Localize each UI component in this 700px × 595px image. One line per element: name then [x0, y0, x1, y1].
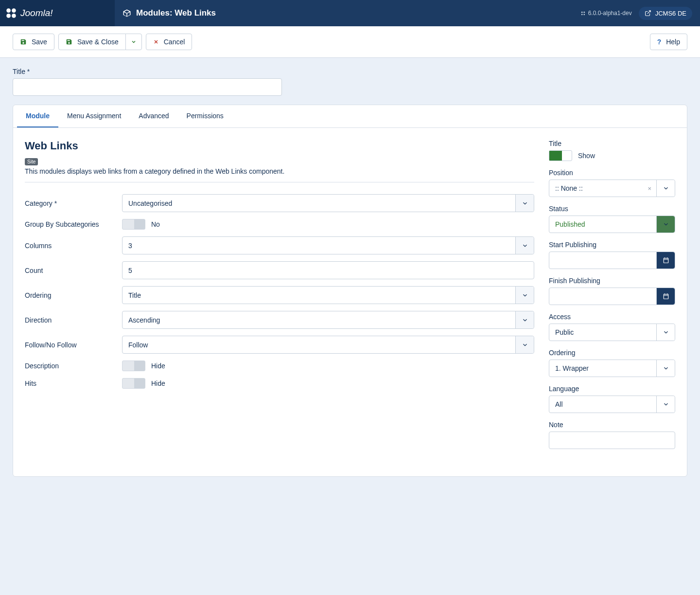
save-close-dropdown-button[interactable]	[125, 34, 142, 50]
tab-content: Web Links Site This modules displays web…	[13, 128, 687, 476]
title-input[interactable]	[13, 78, 282, 96]
form-card: Module Menu Assignment Advanced Permissi…	[13, 105, 687, 477]
hits-value: Hide	[151, 379, 165, 387]
help-icon: ?	[657, 38, 662, 46]
side-language-field: Language All	[549, 385, 675, 413]
help-button[interactable]: ? Help	[650, 34, 687, 50]
side-finish-pub-field: Finish Publishing	[549, 277, 675, 305]
language-value: All	[555, 400, 563, 408]
save-button[interactable]: Save	[13, 34, 54, 50]
separator	[25, 182, 534, 182]
side-language-label: Language	[549, 385, 675, 393]
title-toggle[interactable]	[549, 150, 572, 161]
category-select[interactable]: Uncategorised	[122, 194, 534, 212]
header-logo[interactable]: Joomla!	[0, 7, 115, 19]
chevron-down-icon	[515, 336, 534, 353]
finish-publishing-input[interactable]	[549, 288, 675, 305]
language-select[interactable]: All	[549, 396, 675, 413]
save-icon	[20, 38, 27, 45]
position-select[interactable]: :: None :: ×	[549, 180, 675, 197]
module-description: This modules displays web links from a c…	[25, 167, 534, 175]
svg-point-1	[12, 8, 16, 13]
side-access-label: Access	[549, 313, 675, 321]
start-publishing-input[interactable]	[549, 252, 675, 269]
side-note-label: Note	[549, 421, 675, 429]
cube-icon	[122, 9, 131, 18]
header-title-bar: Modules: Web Links 6.0.0-alpha1-dev JCMS…	[115, 0, 700, 26]
position-value: :: None ::	[555, 184, 583, 192]
side-status-label: Status	[549, 205, 675, 213]
side-title-label: Title	[549, 140, 675, 147]
ordering-select[interactable]: Title	[122, 286, 534, 304]
svg-point-6	[581, 14, 582, 15]
description-value: Hide	[151, 362, 165, 370]
side-ordering-select[interactable]: 1. Wrapper	[549, 360, 675, 377]
side-position-label: Position	[549, 169, 675, 177]
ordering-value: Title	[128, 291, 141, 299]
header: Joomla! Modules: Web Links 6.0.0-alpha1-…	[0, 0, 700, 26]
count-input[interactable]	[122, 261, 534, 279]
calendar-icon[interactable]	[656, 288, 675, 305]
side-start-pub-label: Start Publishing	[549, 241, 675, 249]
cancel-button[interactable]: Cancel	[146, 34, 192, 50]
chevron-down-icon	[131, 39, 137, 45]
save-close-group: Save & Close	[58, 34, 142, 50]
side-finish-pub-label: Finish Publishing	[549, 277, 675, 285]
main-column: Web Links Site This modules displays web…	[25, 140, 534, 457]
label-group-by: Group By Subcategories	[25, 220, 122, 228]
hits-toggle[interactable]	[122, 378, 145, 389]
tab-module[interactable]: Module	[17, 105, 58, 127]
section-heading: Web Links	[25, 140, 534, 152]
chevron-down-icon	[515, 237, 534, 254]
side-column: Title Show Position :: None :: × Sta	[549, 140, 675, 457]
site-badge: Site	[25, 158, 38, 165]
chevron-down-icon	[515, 195, 534, 212]
side-start-pub-field: Start Publishing	[549, 241, 675, 269]
save-close-button[interactable]: Save & Close	[58, 34, 126, 50]
label-count: Count	[25, 267, 122, 274]
version-label[interactable]: 6.0.0-alpha1-dev	[580, 10, 632, 17]
version-text: 6.0.0-alpha1-dev	[588, 10, 632, 17]
user-menu[interactable]: JCMS6 DE	[639, 7, 692, 20]
row-ordering: Ordering Title	[25, 286, 534, 304]
save-close-label: Save & Close	[77, 38, 119, 46]
toolbar: Save Save & Close Cancel ? Help	[0, 26, 700, 58]
note-input[interactable]	[549, 432, 675, 449]
tab-permissions[interactable]: Permissions	[178, 105, 232, 127]
chevron-down-icon	[515, 287, 534, 304]
row-category: Category * Uncategorised	[25, 194, 534, 212]
columns-select[interactable]: 3	[122, 236, 534, 254]
follow-select[interactable]: Follow	[122, 336, 534, 354]
save-label: Save	[32, 38, 47, 46]
content-area: Title * Module Menu Assignment Advanced …	[0, 58, 700, 491]
row-group-by: Group By Subcategories No	[25, 219, 534, 230]
chevron-down-icon	[656, 324, 675, 341]
category-value: Uncategorised	[128, 199, 172, 207]
chevron-down-icon	[515, 311, 534, 328]
tab-advanced[interactable]: Advanced	[130, 105, 177, 127]
svg-point-3	[12, 14, 16, 18]
direction-select[interactable]: Ascending	[122, 311, 534, 329]
access-select[interactable]: Public	[549, 324, 675, 341]
status-value: Published	[555, 220, 585, 228]
side-note-field: Note	[549, 421, 675, 449]
status-select[interactable]: Published	[549, 216, 675, 233]
user-name: JCMS6 DE	[655, 10, 686, 17]
side-status-field: Status Published	[549, 205, 675, 233]
label-columns: Columns	[25, 242, 122, 250]
label-ordering: Ordering	[25, 291, 122, 299]
chevron-down-icon	[656, 180, 675, 197]
tab-menu-assignment[interactable]: Menu Assignment	[58, 105, 130, 127]
position-clear-icon[interactable]: ×	[648, 185, 651, 192]
label-category: Category *	[25, 199, 122, 207]
direction-value: Ascending	[128, 316, 160, 324]
group-by-toggle[interactable]	[122, 219, 145, 230]
side-ordering-field: Ordering 1. Wrapper	[549, 349, 675, 377]
side-title-field: Title Show	[549, 140, 675, 161]
svg-point-2	[6, 14, 11, 18]
description-toggle[interactable]	[122, 361, 145, 371]
title-toggle-value: Show	[578, 152, 595, 160]
svg-point-4	[581, 11, 582, 13]
row-follow: Follow/No Follow Follow	[25, 336, 534, 354]
calendar-icon[interactable]	[656, 252, 675, 269]
